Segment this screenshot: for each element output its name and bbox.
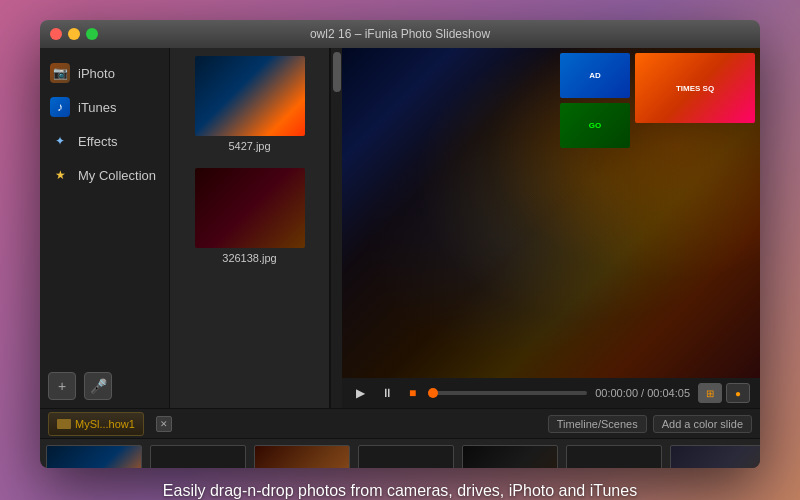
grid-view-button[interactable]: ⊞ [698,383,722,403]
file-label-2: 326138.jpg [222,252,276,264]
slide-thumb-1 [46,445,142,468]
billboard-strip: TIMES SQ AD GO [555,53,755,173]
effects-icon: ✦ [50,131,70,151]
timeline-scenes-button[interactable]: Timeline/Scenes [548,415,647,433]
file-browser: 5427.jpg 326138.jpg [170,48,330,408]
slide-thumb-7 [670,445,760,468]
scrollbar-thumb [333,52,341,92]
time-display: 00:00:00 / 00:04:05 [595,387,690,399]
sidebar: 📷 iPhoto ♪ iTunes ✦ Effects ★ My Collect… [40,48,170,408]
sidebar-item-collection[interactable]: ★ My Collection [40,158,169,192]
pause-button[interactable]: ⏸ [377,384,397,402]
tab-close-button[interactable]: ✕ [156,416,172,432]
slide-thumb-2: None [150,445,246,468]
slide-thumb-4: None [358,445,454,468]
timeline-tab[interactable]: MySl...how1 [48,412,144,436]
timeline-actions: Timeline/Scenes Add a color slide [548,415,752,433]
slide-item-6[interactable]: None 00:00:00.000 ✎ ✕ [564,445,664,468]
add-color-slide-button[interactable]: Add a color slide [653,415,752,433]
collection-icon: ★ [50,165,70,185]
file-scrollbar[interactable] [330,48,342,408]
close-button[interactable] [50,28,62,40]
progress-bar[interactable] [428,391,587,395]
file-thumb-2 [195,168,305,248]
add-button[interactable]: + [48,372,76,400]
slide-item-1[interactable]: 00:00:02.000 ✎ ✕ [44,445,144,468]
billboard-2: AD [560,53,630,98]
play-button[interactable]: ▶ [352,384,369,402]
preview-controls: ▶ ⏸ ■ 00:00:00 / 00:04:05 ⊞ ● [342,378,760,408]
billboard-3: GO [560,103,630,148]
progress-indicator [428,388,438,398]
traffic-lights [50,28,98,40]
file-item-2[interactable]: 326138.jpg [170,160,329,272]
slide-thumb-5 [462,445,558,468]
sidebar-label-effects: Effects [78,134,118,149]
window-title: owl2 16 – iFunia Photo Slideshow [310,27,490,41]
sidebar-item-effects[interactable]: ✦ Effects [40,124,169,158]
caption-text: Easily drag-n-drop photos from cameras, … [163,482,637,499]
mic-button[interactable]: 🎤 [84,372,112,400]
timeline-section: MySl...how1 ✕ Timeline/Scenes Add a colo… [40,408,760,468]
itunes-icon: ♪ [50,97,70,117]
timeline-tracks[interactable]: 00:00:02.000 ✎ ✕ None 00:00:00.000 ✎ ✕ 0… [40,439,760,468]
view-buttons: ⊞ ● [698,383,750,403]
minimize-button[interactable] [68,28,80,40]
sidebar-label-itunes: iTunes [78,100,117,115]
iphoto-icon: 📷 [50,63,70,83]
slide-item-5[interactable]: 00:00:02.000 ✎ ✕ [460,445,560,468]
preview-area: TIMES SQ AD GO ▶ ⏸ ■ 00:00:00 / 00:04:05… [342,48,760,408]
slide-item-7[interactable]: 00:00:02.000 ✎ ✕ [668,445,760,468]
titlebar: owl2 16 – iFunia Photo Slideshow [40,20,760,48]
sidebar-label-iphoto: iPhoto [78,66,115,81]
file-label-1: 5427.jpg [228,140,270,152]
app-body: 📷 iPhoto ♪ iTunes ✦ Effects ★ My Collect… [40,48,760,408]
tab-icon [57,419,71,429]
sidebar-bottom: + 🎤 [40,364,169,408]
stop-button[interactable]: ■ [405,384,420,402]
slide-thumb-6: None [566,445,662,468]
app-window: owl2 16 – iFunia Photo Slideshow 📷 iPhot… [40,20,760,468]
slide-item-2[interactable]: None 00:00:00.000 ✎ ✕ [148,445,248,468]
preview-video: TIMES SQ AD GO [342,48,760,378]
slide-item-4[interactable]: None 00:00:00.000 ✎ ✕ [356,445,456,468]
circle-view-button[interactable]: ● [726,383,750,403]
sidebar-item-itunes[interactable]: ♪ iTunes [40,90,169,124]
timeline-header: MySl...how1 ✕ Timeline/Scenes Add a colo… [40,409,760,439]
file-item-1[interactable]: 5427.jpg [170,48,329,160]
caption-bar: Easily drag-n-drop photos from cameras, … [0,482,800,500]
slide-item-3[interactable]: 00:00:02.000 ✎ ✕ [252,445,352,468]
sidebar-label-collection: My Collection [78,168,156,183]
tab-label-text: MySl...how1 [75,418,135,430]
maximize-button[interactable] [86,28,98,40]
slide-thumb-3 [254,445,350,468]
file-thumb-1 [195,56,305,136]
sidebar-item-iphoto[interactable]: 📷 iPhoto [40,56,169,90]
billboard-1: TIMES SQ [635,53,755,123]
